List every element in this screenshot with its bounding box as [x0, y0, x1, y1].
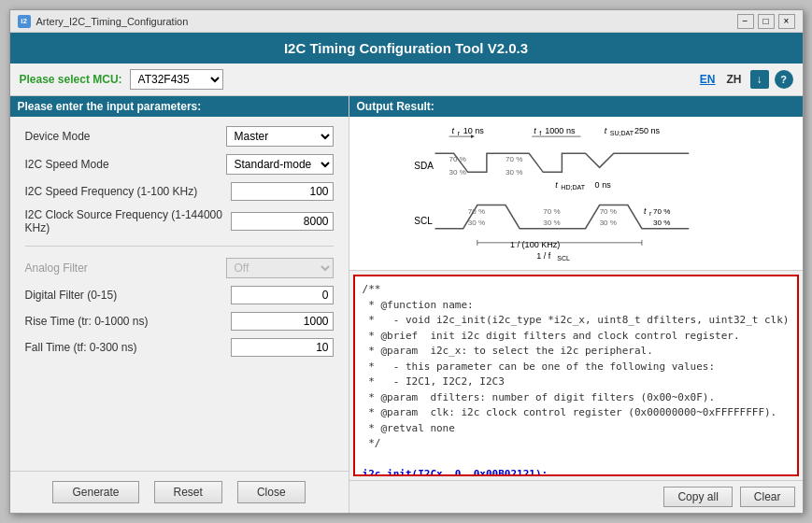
copy-all-button[interactable]: Copy all	[663, 487, 732, 507]
maximize-button[interactable]: □	[758, 14, 775, 29]
main-content: Please enter the input parameters: Devic…	[10, 96, 803, 513]
fall-time-input[interactable]	[231, 338, 334, 357]
svg-text:70 %: 70 %	[506, 155, 522, 163]
code-line-7: * - I2C1, I2C2, I2C3	[363, 375, 790, 390]
window-close-button[interactable]: ×	[778, 14, 795, 29]
svg-text:SDA: SDA	[414, 161, 434, 171]
lang-en-button[interactable]: EN	[697, 72, 719, 87]
svg-text:70 %: 70 %	[599, 207, 616, 216]
svg-text:SCL: SCL	[557, 255, 570, 262]
svg-text:30 %: 30 %	[653, 219, 670, 227]
clock-freq-input[interactable]	[231, 212, 334, 231]
code-line-9: * @param clk: i2c clock control register…	[363, 405, 790, 421]
device-mode-label: Device Mode	[25, 130, 226, 143]
speed-freq-label: I2C Speed Frequency (1-100 KHz)	[25, 185, 231, 198]
speed-freq-row: I2C Speed Frequency (1-100 KHz)	[25, 182, 334, 201]
minimize-button[interactable]: −	[737, 14, 754, 29]
app-header: I2C Timing Configuration Tool V2.0.3	[10, 33, 803, 64]
svg-text:r: r	[457, 130, 460, 136]
svg-text:1 / (100 KHz): 1 / (100 KHz)	[510, 240, 560, 249]
help-button[interactable]: ?	[775, 70, 793, 89]
code-line-6: * - this parameter can be one of the fol…	[363, 360, 790, 375]
svg-text:250 ns: 250 ns	[634, 126, 660, 135]
fall-time-row: Fall Time (tf: 0-300 ns)	[25, 338, 334, 357]
left-panel: Please enter the input parameters: Devic…	[10, 96, 349, 513]
timing-diagram-svg: SDA SCL t r 10 ns t f 1000 ns t SU;DAT	[353, 120, 799, 266]
mcu-bar: Please select MCU: AT32F435 AT32F403 AT3…	[10, 64, 803, 96]
analog-filter-select[interactable]: Off On	[226, 258, 334, 278]
clock-freq-label: I2C Clock Source Frequency (1-144000 KHz…	[25, 208, 231, 234]
svg-text:r: r	[649, 210, 652, 217]
app-icon: i2	[18, 15, 31, 28]
close-button[interactable]: Close	[237, 481, 306, 503]
left-panel-header: Please enter the input parameters:	[10, 96, 349, 117]
title-bar: i2 Artery_I2C_Timing_Configuration − □ ×	[10, 10, 803, 33]
svg-text:30 %: 30 %	[599, 219, 616, 227]
mcu-bar-left: Please select MCU: AT32F435 AT32F403 AT3…	[20, 69, 223, 90]
code-line-function-call: i2c_init(I2Cx, 0, 0x00B02121);	[363, 467, 790, 476]
window-title: Artery_I2C_Timing_Configuration	[36, 16, 189, 27]
title-bar-left: i2 Artery_I2C_Timing_Configuration	[18, 15, 189, 28]
code-line-8: * @param dfilters: number of digit filte…	[363, 390, 790, 406]
mcu-select-label: Please select MCU:	[20, 73, 122, 86]
bottom-buttons: Generate Reset Close	[10, 471, 349, 513]
code-line-3: * - void i2c_init(i2c_type *i2c_x, uint8…	[363, 313, 790, 329]
svg-text:SU;DAT: SU;DAT	[609, 130, 634, 136]
params-form: Device Mode Master Slave I2C Speed Mode …	[10, 117, 349, 471]
code-line-1: /**	[363, 282, 790, 298]
analog-filter-label: Analog Filter	[25, 262, 226, 275]
lang-zh-button[interactable]: ZH	[724, 72, 745, 87]
timing-diagram: SDA SCL t r 10 ns t f 1000 ns t SU;DAT	[349, 117, 803, 271]
code-line-2: * @function name:	[363, 298, 790, 314]
svg-text:30 %: 30 %	[506, 168, 522, 177]
svg-text:1000 ns: 1000 ns	[545, 126, 576, 135]
download-button[interactable]: ↓	[750, 70, 769, 89]
speed-freq-input[interactable]	[231, 182, 334, 201]
reset-button[interactable]: Reset	[154, 481, 222, 503]
speed-mode-select[interactable]: Standard-mode Fast-mode Fast-mode Plus	[226, 154, 334, 175]
device-mode-select[interactable]: Master Slave	[226, 126, 334, 147]
svg-text:30 %: 30 %	[449, 168, 465, 177]
svg-text:f: f	[539, 130, 541, 136]
svg-text:70 %: 70 %	[449, 155, 465, 163]
fall-time-label: Fall Time (tf: 0-300 ns)	[25, 341, 231, 354]
svg-text:t: t	[643, 206, 646, 216]
digital-filter-row: Digital Filter (0-15)	[25, 286, 334, 304]
code-line-12	[363, 452, 790, 468]
svg-text:t: t	[451, 126, 454, 135]
code-line-11: */	[363, 436, 790, 452]
output-header: Output Result:	[349, 96, 803, 117]
svg-text:10 ns: 10 ns	[463, 126, 484, 135]
svg-text:t: t	[534, 126, 536, 135]
rise-time-input[interactable]	[231, 312, 334, 331]
clear-button[interactable]: Clear	[740, 487, 795, 507]
clock-freq-row: I2C Clock Source Frequency (1-144000 KHz…	[25, 208, 334, 234]
svg-text:SCL: SCL	[414, 216, 433, 226]
digital-filter-label: Digital Filter (0-15)	[25, 289, 231, 302]
mcu-dropdown[interactable]: AT32F435 AT32F403 AT32F407	[130, 69, 223, 90]
speed-mode-row: I2C Speed Mode Standard-mode Fast-mode F…	[25, 154, 334, 175]
mcu-bar-right: EN ZH ↓ ?	[697, 70, 793, 89]
generate-button[interactable]: Generate	[52, 481, 138, 503]
svg-text:30 %: 30 %	[467, 219, 484, 227]
svg-text:HD;DAT: HD;DAT	[561, 184, 585, 191]
rise-time-label: Rise Time (tr: 0-1000 ns)	[25, 315, 231, 328]
right-panel: Output Result: SDA SCL t r 10 ns t f 10	[349, 96, 803, 513]
code-line-10: * @retval none	[363, 421, 790, 437]
svg-text:t: t	[604, 126, 606, 135]
svg-text:1 / f: 1 / f	[536, 251, 551, 261]
svg-text:t: t	[555, 180, 558, 190]
speed-mode-label: I2C Speed Mode	[25, 158, 226, 171]
svg-text:0 ns: 0 ns	[594, 180, 611, 190]
main-window: i2 Artery_I2C_Timing_Configuration − □ ×…	[9, 9, 804, 514]
digital-filter-input[interactable]	[231, 286, 334, 304]
code-line-4: * @brief init i2c digit filters and cloc…	[363, 329, 790, 345]
title-bar-controls: − □ ×	[737, 14, 795, 29]
app-title: I2C Timing Configuration Tool V2.0.3	[284, 40, 528, 56]
code-line-5: * @param i2c_x: to select the i2c periph…	[363, 344, 790, 360]
device-mode-row: Device Mode Master Slave	[25, 126, 334, 147]
svg-text:70 %: 70 %	[653, 207, 670, 216]
rise-time-row: Rise Time (tr: 0-1000 ns)	[25, 312, 334, 331]
code-output[interactable]: /** * @function name: * - void i2c_init(…	[353, 275, 799, 476]
form-divider	[25, 246, 334, 247]
